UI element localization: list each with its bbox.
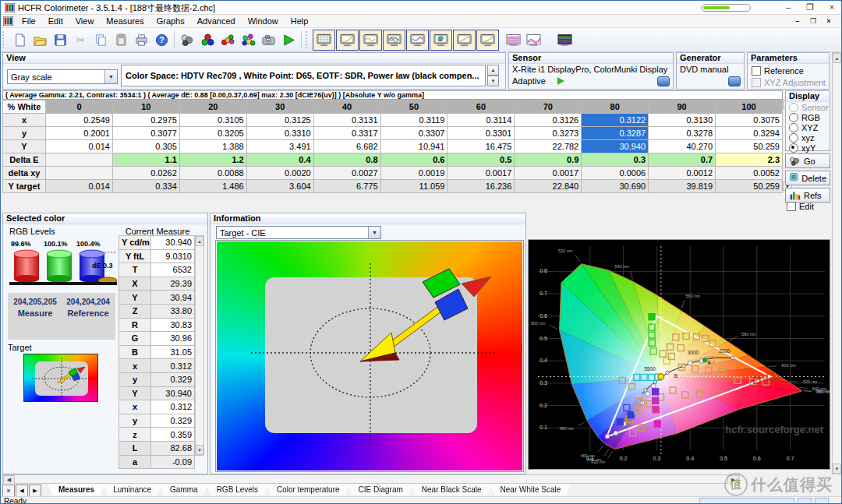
- grid-cell[interactable]: 0.0262: [112, 167, 179, 180]
- measure-primaries-chain-button[interactable]: [218, 30, 238, 50]
- minimize-button[interactable]: –: [777, 1, 799, 14]
- menu-view[interactable]: View: [69, 15, 101, 28]
- menu-measures[interactable]: Measures: [100, 15, 150, 28]
- radio-icon[interactable]: [789, 133, 798, 143]
- grid-cell[interactable]: 0.3125: [246, 114, 313, 127]
- grid-cell[interactable]: 0.0088: [179, 167, 246, 180]
- new-file-button[interactable]: [9, 30, 30, 50]
- run-play-button[interactable]: [278, 30, 299, 50]
- grid-cell[interactable]: 22.782: [515, 140, 582, 153]
- grid-cell[interactable]: [46, 153, 113, 167]
- paste-button[interactable]: [111, 30, 131, 50]
- chevron-down-icon[interactable]: ▼: [104, 70, 117, 83]
- measure-value[interactable]: 0.312: [151, 359, 195, 373]
- radio-icon[interactable]: [789, 113, 798, 122]
- grid-cell[interactable]: 0.3273: [515, 127, 582, 140]
- grid-cell[interactable]: 11.059: [380, 180, 448, 193]
- grid-cell[interactable]: 0.0017: [515, 167, 582, 180]
- mdi-restore-button[interactable]: ❐: [805, 17, 821, 25]
- display-option-rgb[interactable]: RGB: [786, 112, 830, 122]
- grid-cell[interactable]: 0.334: [112, 180, 179, 193]
- measure-value[interactable]: 30.940: [151, 236, 195, 250]
- grayscale-table[interactable]: % White0102030405060708090100x0.25490.29…: [2, 100, 783, 193]
- monitor-wave-curve-button[interactable]: [359, 30, 382, 51]
- measure-value[interactable]: 0.329: [151, 372, 195, 386]
- measure-value[interactable]: 0.329: [151, 414, 195, 428]
- scroll-down-icon[interactable]: ▼: [196, 445, 203, 455]
- grid-cell[interactable]: 1.388: [179, 140, 246, 153]
- menu-edit[interactable]: Edit: [42, 15, 69, 28]
- monitor-grid-button[interactable]: [313, 30, 335, 51]
- measure-rgb-spheres-button[interactable]: [197, 30, 218, 50]
- grid-cell[interactable]: 0.3287: [582, 127, 649, 140]
- tab-rgb-levels[interactable]: RGB Levels: [206, 484, 269, 495]
- measure-grayscale-spheres-button[interactable]: [177, 30, 197, 50]
- open-file-button[interactable]: [30, 30, 50, 50]
- grid-cell[interactable]: 0.3119: [380, 114, 448, 127]
- grid-cell[interactable]: 0.0006: [582, 167, 649, 180]
- grid-cell[interactable]: 40.270: [649, 140, 716, 153]
- grid-cell[interactable]: 0.305: [112, 140, 179, 153]
- grid-cell[interactable]: 0.3075: [716, 114, 783, 127]
- grid-col-50[interactable]: 50: [380, 100, 448, 114]
- grid-col-70[interactable]: 70: [515, 100, 582, 114]
- spin-up-icon[interactable]: ▲: [487, 65, 499, 76]
- menu-file[interactable]: File: [16, 15, 42, 28]
- grid-cell[interactable]: 0.014: [46, 180, 113, 193]
- reference-checkbox[interactable]: [752, 66, 761, 76]
- grid-cell[interactable]: 0.9: [515, 153, 582, 167]
- measure-value[interactable]: 82.68: [151, 441, 195, 455]
- grid-cell[interactable]: 0.0017: [448, 167, 515, 180]
- grid-col-90[interactable]: 90: [649, 100, 716, 114]
- generator-config-button[interactable]: [728, 76, 741, 86]
- main-horizontal-scrollbar[interactable]: ◀ ▶: [2, 474, 740, 484]
- scroll-up-icon[interactable]: ▲: [833, 53, 841, 63]
- save-file-button[interactable]: [50, 30, 70, 50]
- view-mode-select[interactable]: Gray scale ▼: [7, 69, 118, 84]
- measure-value[interactable]: 30.940: [151, 386, 195, 400]
- grid-cell[interactable]: 6.775: [313, 180, 380, 193]
- sensor-play-icon[interactable]: [557, 77, 564, 85]
- grid-cell[interactable]: 39.819: [649, 180, 716, 193]
- tab-color-temperature[interactable]: Color temperature: [266, 484, 351, 495]
- grid-col-10[interactable]: 10: [112, 100, 179, 114]
- grid-cell[interactable]: 0.4: [246, 153, 313, 167]
- chevron-down-icon[interactable]: ▼: [368, 227, 380, 238]
- grid-cell[interactable]: 16.236: [448, 180, 515, 193]
- copy-button[interactable]: [90, 30, 111, 50]
- grid-col-80[interactable]: 80: [582, 100, 649, 114]
- grid-cell[interactable]: 0.0052: [716, 167, 783, 180]
- capture-camera-button[interactable]: [258, 30, 278, 50]
- grid-cell[interactable]: 0.3294: [716, 127, 783, 140]
- current-measure-table[interactable]: Y cd/m30.940Y ftL9.0310T6532X29.39Y30.94…: [119, 235, 195, 469]
- grid-cell[interactable]: 0.6: [380, 153, 448, 167]
- grid-cell[interactable]: 0.3: [582, 153, 649, 167]
- reference-checkbox-row[interactable]: Reference: [752, 65, 804, 76]
- tab-gamma[interactable]: Gamma: [159, 484, 209, 495]
- edit-checkbox[interactable]: [787, 202, 796, 211]
- measure-value[interactable]: 30.83: [151, 318, 195, 332]
- grid-cell[interactable]: 0.3130: [649, 114, 716, 127]
- grid-cell[interactable]: 0.3307: [380, 127, 448, 140]
- grid-col-60[interactable]: 60: [448, 100, 515, 114]
- grid-cell[interactable]: 0.3077: [112, 127, 179, 140]
- print-button[interactable]: [131, 30, 151, 50]
- grid-cell[interactable]: 0.3317: [313, 127, 380, 140]
- grid-cell[interactable]: 50.259: [716, 140, 783, 153]
- grid-cell[interactable]: 3.491: [246, 140, 313, 153]
- tab-cie-diagram[interactable]: CIE Diagram: [348, 484, 414, 495]
- grid-cell[interactable]: 1.1: [112, 153, 179, 167]
- chart-dark-stripes-button[interactable]: [554, 30, 575, 50]
- cut-button[interactable]: ✂: [70, 30, 90, 50]
- grid-cell[interactable]: 30.690: [582, 180, 649, 193]
- main-vertical-scrollbar[interactable]: ▲ ▼: [832, 52, 842, 474]
- menu-window[interactable]: Window: [242, 15, 285, 28]
- grid-cell[interactable]: 0.3131: [313, 114, 380, 127]
- measure-secondaries-chain-button[interactable]: [238, 30, 258, 50]
- grid-cell[interactable]: 0.0012: [649, 167, 716, 180]
- monitor-cie-diagram-button[interactable]: [430, 30, 452, 51]
- measure-value[interactable]: 30.94: [151, 291, 195, 305]
- grid-cell[interactable]: 16.475: [448, 140, 515, 153]
- grid-cell[interactable]: 0.5: [448, 153, 515, 167]
- grid-cell[interactable]: 10.941: [380, 140, 448, 153]
